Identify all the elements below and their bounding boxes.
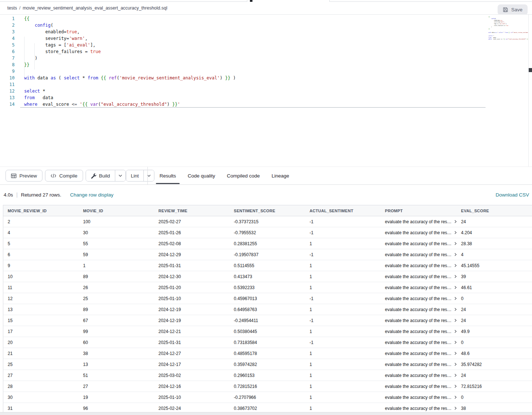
table-cell: 0.413473 <box>229 274 305 279</box>
table-row: 13892024-12-190.649587631evaluate the ac… <box>3 304 532 315</box>
eval-score-cell: 48.6 <box>457 351 532 356</box>
results-table: MOVIE_REVIEW_IDMOVIE_IDREVIEW_TIMESENTIM… <box>3 205 532 412</box>
table-cell: 2025-01-10 <box>154 296 229 301</box>
table-cell: 2 <box>3 219 79 224</box>
code-line[interactable]: 6 store_failures = true <box>0 48 532 55</box>
prompt-preview-text: evaluate the accuracy of the res… <box>385 285 452 290</box>
code-line[interactable]: 12select * <box>0 88 532 94</box>
table-cell: 20 <box>3 340 79 345</box>
minimap[interactable]: {{ config( enabled=true, severity='warn'… <box>488 16 528 45</box>
prompt-expand-chevron-icon[interactable] <box>454 220 457 223</box>
table-row: 5552025-02-080.283812551evaluate the acc… <box>3 238 532 249</box>
tab-results[interactable]: Results <box>154 167 182 185</box>
table-cell: 99 <box>79 329 154 334</box>
code-line[interactable]: 7 ) <box>0 55 532 61</box>
code-editor[interactable]: 1{{2 config(3 enabled=true,4 severity='w… <box>0 15 532 167</box>
table-cell: 11 <box>3 285 79 290</box>
table-row: 21002025-02-27-0.37372315-1evaluate the … <box>3 216 532 227</box>
line-number: 13 <box>0 94 15 101</box>
prompt-expand-chevron-icon[interactable] <box>454 407 457 410</box>
prompt-preview-text: evaluate the accuracy of the res… <box>385 351 452 356</box>
code-line[interactable]: 9 <box>0 68 532 75</box>
prompt-expand-chevron-icon[interactable] <box>454 297 457 300</box>
save-button[interactable]: Save <box>498 4 528 15</box>
prompt-cell: evaluate the accuracy of the res… <box>381 406 457 411</box>
line-number: 2 <box>0 22 15 29</box>
prompt-preview-text: evaluate the accuracy of the res… <box>385 241 452 246</box>
code-line[interactable]: 14where eval_score <= '{{ var("eval_accu… <box>0 101 532 108</box>
prompt-expand-chevron-icon[interactable] <box>454 231 457 234</box>
table-cell: 28 <box>3 384 79 389</box>
column-header: EVAL_SCORE <box>457 209 532 213</box>
tab-results-label: Results <box>160 173 176 179</box>
table-cell: 0.45967013 <box>229 296 305 301</box>
prompt-expand-chevron-icon[interactable] <box>454 396 457 399</box>
code-line[interactable]: 5 tags = ['ai_eval'], <box>0 42 532 48</box>
code-line[interactable]: 2 config( <box>0 22 532 29</box>
prompt-expand-chevron-icon[interactable] <box>454 352 457 355</box>
line-number: 4 <box>0 35 15 42</box>
tab-lineage[interactable]: Lineage <box>266 167 295 185</box>
prompt-expand-chevron-icon[interactable] <box>454 264 457 267</box>
eval-score-cell: 45.14555 <box>457 263 532 268</box>
table-cell: 1 <box>305 285 381 290</box>
build-button[interactable]: Build <box>86 170 115 181</box>
column-header: SENTIMENT_SCORE <box>229 209 305 213</box>
code-line[interactable]: 10with data as ( select * from {{ ref('m… <box>0 75 532 81</box>
code-line[interactable]: 1{{ <box>0 15 532 22</box>
code-line[interactable]: 4 severity='warn', <box>0 35 532 42</box>
prompt-expand-chevron-icon[interactable] <box>454 374 457 377</box>
tab-compiled-code[interactable]: Compiled code <box>221 167 266 185</box>
line-number: 12 <box>0 88 15 94</box>
code-line[interactable]: 8}} <box>0 61 532 68</box>
query-elapsed-time: 4.0s <box>4 192 13 198</box>
indent-guide <box>24 37 25 76</box>
prompt-cell: evaluate the accuracy of the res… <box>381 230 457 235</box>
prompt-expand-chevron-icon[interactable] <box>454 253 457 256</box>
lint-button[interactable]: Lint <box>126 170 144 181</box>
change-row-display-link[interactable]: Change row display <box>70 192 113 198</box>
prompt-expand-chevron-icon[interactable] <box>454 385 457 388</box>
table-cell: 0.72815216 <box>229 384 305 389</box>
table-cell: -1 <box>305 252 381 257</box>
line-number: 3 <box>0 29 15 35</box>
build-dropdown-toggle[interactable] <box>115 170 125 181</box>
build-button-label: Build <box>99 173 110 179</box>
active-line-highlight <box>20 107 486 108</box>
eval-score-cell: 49.9 <box>457 329 532 334</box>
preview-button-label: Preview <box>19 173 37 179</box>
code-line[interactable]: 11 <box>0 81 532 88</box>
table-cell: 67 <box>79 318 154 323</box>
prompt-expand-chevron-icon[interactable] <box>454 363 457 366</box>
prompt-preview-text: evaluate the accuracy of the res… <box>385 329 452 334</box>
prompt-expand-chevron-icon[interactable] <box>454 286 457 289</box>
preview-button[interactable]: Preview <box>5 170 42 182</box>
prompt-expand-chevron-icon[interactable] <box>454 242 457 245</box>
prompt-expand-chevron-icon[interactable] <box>454 319 457 322</box>
editor-scrollbar-handle[interactable] <box>529 68 532 72</box>
download-csv-link[interactable]: Download CSV <box>495 192 529 198</box>
prompt-expand-chevron-icon[interactable] <box>454 275 457 278</box>
prompt-expand-chevron-icon[interactable] <box>454 330 457 333</box>
table-row: 28272024-12-160.728152161evaluate the ac… <box>3 381 532 392</box>
horizontal-scrollbar[interactable] <box>0 412 532 415</box>
table-cell: -0.2707966 <box>229 395 305 400</box>
prompt-expand-chevron-icon[interactable] <box>454 341 457 344</box>
breadcrumb-folder[interactable]: tests <box>7 5 17 11</box>
prompt-cell: evaluate the accuracy of the res… <box>381 274 457 279</box>
tab-code-quality[interactable]: Code quality <box>182 167 221 185</box>
code-line[interactable]: 3 enabled=true, <box>0 29 532 35</box>
table-cell: 19 <box>79 395 154 400</box>
breadcrumb-file: movie_review_sentiment_analysis_eval_ass… <box>23 5 167 11</box>
line-number: 1 <box>0 15 15 22</box>
lint-dropdown-toggle[interactable] <box>143 170 154 181</box>
prompt-preview-text: evaluate the accuracy of the res… <box>385 307 452 312</box>
prompt-preview-text: evaluate the accuracy of the res… <box>385 373 452 378</box>
table-cell: 1 <box>305 329 381 334</box>
compile-button[interactable]: Compile <box>45 170 83 182</box>
prompt-expand-chevron-icon[interactable] <box>454 308 457 311</box>
table-cell: 25 <box>79 296 154 301</box>
code-line[interactable]: 13from data <box>0 94 532 101</box>
eval-score-cell: 46.61 <box>457 285 532 290</box>
table-cell: 2024-12-27 <box>154 351 229 356</box>
